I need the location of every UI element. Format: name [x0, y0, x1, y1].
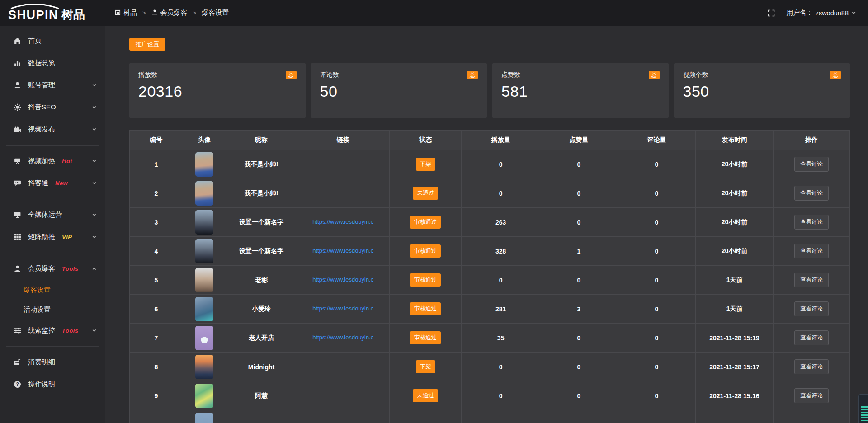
breadcrumb-item-shupin[interactable]: 树品 — [115, 9, 137, 17]
sidebar-item-label: 数据总览 — [28, 59, 55, 67]
sidebar-item-media-operation[interactable]: 全媒体运营 — [0, 204, 105, 226]
video-link[interactable]: https://www.iesdouyin.c — [312, 305, 373, 312]
stat-card-comments: 评论数总50 — [311, 63, 487, 118]
sidebar-item-label: 全媒体运营 — [28, 211, 62, 219]
view-comments-button[interactable]: 查看评论 — [794, 157, 829, 172]
fullscreen-icon[interactable] — [768, 9, 775, 17]
video-link[interactable]: https://www.iesdouyin.c — [312, 218, 373, 225]
sidebar-item-video-publish[interactable]: 视频发布 — [0, 118, 105, 141]
view-comments-button[interactable]: 查看评论 — [794, 301, 829, 316]
video-link[interactable]: https://www.iesdouyin.c — [312, 334, 373, 341]
table-row: 5老彬https://www.iesdouyin.c审核通过0001天前查看评论 — [130, 266, 850, 295]
cell-avatar — [183, 381, 226, 410]
view-comments-button[interactable]: 查看评论 — [794, 359, 829, 374]
username-menu[interactable]: 用户名：zswodun88 — [787, 9, 856, 17]
cell-status: 未通过 — [390, 381, 462, 410]
cell-plays: 0 — [462, 266, 540, 295]
status-badge[interactable]: 审核通过 — [410, 331, 441, 344]
breadcrumb-item-baoke-settings[interactable]: 爆客设置 — [202, 9, 229, 17]
sidebar-item-home[interactable]: 首页 — [0, 30, 105, 52]
cell-status: 下架 — [390, 150, 462, 179]
sidebar-item-video-heat[interactable]: 视频加热Hot — [0, 150, 105, 172]
sidebar-item-matrix-boost[interactable]: 矩阵助推VIP — [0, 226, 105, 248]
cell-index: 1 — [130, 150, 183, 179]
sidebar-item-account-management[interactable]: 账号管理 — [0, 74, 105, 96]
sidebar-item-clue-monitor[interactable]: 线索监控Tools — [0, 320, 105, 342]
sidebar-item-consume-detail[interactable]: 消费明细 — [0, 351, 105, 373]
cell-avatar — [183, 410, 226, 423]
status-badge[interactable]: 审核通过 — [410, 273, 441, 287]
cell-likes — [540, 410, 618, 423]
status-badge[interactable]: 未通过 — [413, 187, 438, 200]
video-link[interactable]: https://www.iesdouyin.c — [312, 247, 373, 254]
cell-time: 1天前 — [696, 295, 774, 324]
cell-index — [130, 410, 183, 423]
video-link[interactable]: https://www.iesdouyin.c — [312, 276, 373, 283]
view-comments-button[interactable]: 查看评论 — [794, 330, 829, 345]
sidebar-item-label: 抖客通 — [28, 179, 48, 188]
view-comments-button[interactable]: 查看评论 — [794, 215, 829, 230]
status-badge[interactable]: 下架 — [416, 158, 435, 171]
help-icon: ? — [14, 381, 22, 388]
sidebar-item-member-baoke[interactable]: 会员爆客Tools — [0, 258, 105, 280]
wallet-icon — [14, 358, 22, 366]
monitor-icon — [14, 211, 22, 219]
cell-action: 查看评论 — [774, 266, 850, 295]
sidebar-badge: Tools — [62, 265, 79, 272]
promo-settings-button[interactable]: 推广设置 — [129, 38, 165, 51]
chevron-up-icon — [92, 266, 97, 271]
view-comments-button[interactable]: 查看评论 — [794, 388, 829, 403]
sidebar-divider — [6, 199, 99, 199]
status-badge[interactable]: 审核通过 — [410, 216, 441, 229]
status-badge[interactable]: 下架 — [416, 360, 435, 373]
sidebar-item-data-overview[interactable]: 数据总览 — [0, 52, 105, 74]
cell-nickname: 老彬 — [226, 266, 297, 295]
column-header: 昵称 — [226, 131, 297, 150]
logo-arc — [7, 4, 62, 9]
cell-avatar — [183, 208, 226, 237]
sidebar: 首页数据总览账号管理抖音SEO视频发布视频加热Hot抖客通New全媒体运营矩阵助… — [0, 26, 105, 423]
breadcrumb-item-member-baoke[interactable]: 会员爆客 — [151, 9, 188, 17]
sidebar-item-douyin-seo[interactable]: 抖音SEO — [0, 96, 105, 118]
cell-time: 2021-11-28 15:17 — [696, 352, 774, 381]
chevron-down-icon — [92, 127, 97, 132]
view-comments-button[interactable]: 查看评论 — [794, 244, 829, 258]
cell-index: 3 — [130, 208, 183, 237]
cell-nickname: 设置一个新名字 — [226, 208, 297, 237]
sidebar-subitem-baoke-settings[interactable]: 爆客设置 — [0, 280, 105, 300]
view-comments-button[interactable]: 查看评论 — [794, 186, 829, 201]
avatar — [195, 210, 213, 235]
cell-comments: 0 — [618, 381, 696, 410]
view-comments-button[interactable]: 查看评论 — [794, 273, 829, 287]
avatar — [195, 152, 213, 177]
column-header: 编号 — [130, 131, 183, 150]
cell-status: 审核通过 — [390, 324, 462, 352]
cell-index: 2 — [130, 179, 183, 208]
sidebar-item-operation-guide[interactable]: ?操作说明 — [0, 373, 105, 395]
chevron-down-icon — [92, 212, 97, 217]
status-badge[interactable]: 审核通过 — [410, 302, 441, 315]
cell-status: 审核通过 — [390, 295, 462, 324]
floating-widget[interactable] — [858, 394, 868, 423]
sidebar-subitem-activity-settings[interactable]: 活动设置 — [0, 300, 105, 320]
breadcrumb-label: 树品 — [123, 9, 137, 17]
cell-status: 审核通过 — [390, 208, 462, 237]
cell-plays: 0 — [462, 352, 540, 381]
cell-comments: 0 — [618, 266, 696, 295]
cell-likes: 0 — [540, 266, 618, 295]
status-badge[interactable]: 未通过 — [413, 389, 438, 402]
cell-plays: 328 — [462, 237, 540, 266]
avatar — [195, 355, 213, 379]
sidebar-item-douketong[interactable]: 抖客通New — [0, 172, 105, 194]
stat-card-value: 20316 — [138, 83, 297, 100]
cell-likes: 0 — [540, 150, 618, 179]
app-logo: SHUPIN 树品 — [0, 0, 105, 26]
status-badge[interactable]: 审核通过 — [410, 244, 441, 258]
avatar — [195, 413, 213, 423]
breadcrumb-label: 会员爆客 — [160, 9, 188, 17]
cell-nickname: 我不是小帅! — [226, 150, 297, 179]
total-badge: 总 — [649, 71, 660, 79]
cell-link — [297, 179, 389, 208]
cell-link — [297, 150, 389, 179]
cell-plays: 0 — [462, 150, 540, 179]
